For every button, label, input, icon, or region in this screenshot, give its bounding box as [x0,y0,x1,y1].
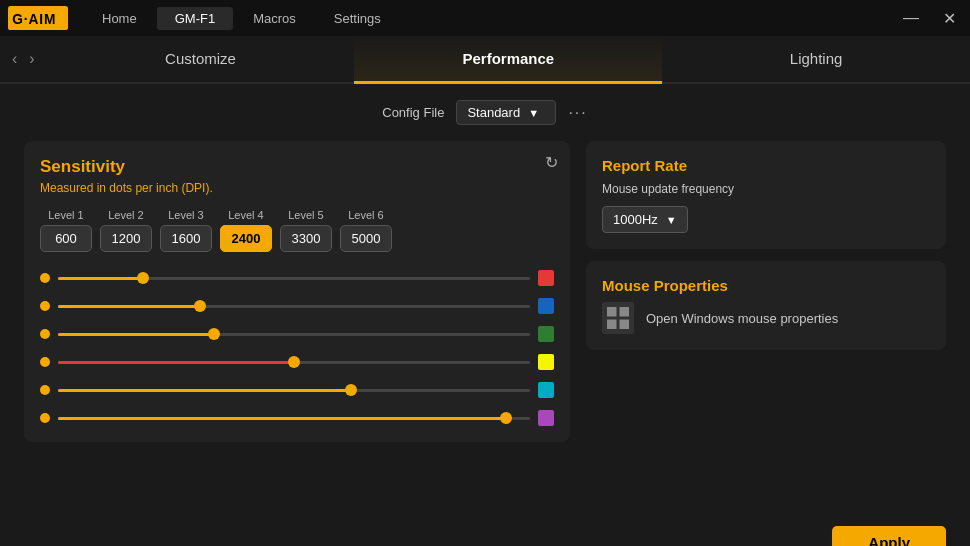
slider-dot-5 [40,385,50,395]
slider-color-1[interactable] [538,270,554,286]
svg-rect-5 [607,320,617,330]
level-buttons: Level 1 600 Level 2 1200 Level 3 1600 Le… [40,209,554,252]
title-nav: Home GM-F1 Macros Settings [84,7,897,30]
tab-prev-arrow[interactable]: ‹ [8,46,21,72]
config-label: Config File [382,105,444,120]
sensitivity-title: Sensitivity [40,157,554,177]
slider-fill-2 [58,305,200,308]
slider-track-5[interactable] [58,389,530,392]
slider-track-4[interactable] [58,361,530,364]
slider-row-1 [40,270,554,286]
slider-row-2 [40,298,554,314]
report-rate-select[interactable]: 1000Hz ▼ [602,206,688,233]
svg-rect-6 [620,320,630,330]
refresh-button[interactable]: ↻ [545,153,558,172]
nav-settings[interactable]: Settings [316,7,399,30]
minimize-button[interactable]: — [897,7,925,30]
svg-rect-4 [620,307,630,317]
slider-fill-1 [58,277,143,280]
level-btn-5[interactable]: Level 5 3300 [280,209,332,252]
right-panel: Report Rate Mouse update frequency 1000H… [586,141,946,442]
level-btn-1[interactable]: Level 1 600 [40,209,92,252]
tab-bar: ‹ › Customize Performance Lighting [0,36,970,84]
slider-dot-1 [40,273,50,283]
tab-arrows: ‹ › [0,36,47,82]
level-btn-3[interactable]: Level 3 1600 [160,209,212,252]
slider-track-3[interactable] [58,333,530,336]
slider-color-3[interactable] [538,326,554,342]
mouse-props-row[interactable]: Open Windows mouse properties [602,302,930,334]
apply-button[interactable]: Apply [832,526,946,546]
slider-row-5 [40,382,554,398]
config-more-button[interactable]: ··· [568,104,587,122]
slider-dot-4 [40,357,50,367]
slider-color-5[interactable] [538,382,554,398]
slider-row-4 [40,354,554,370]
apply-area: Apply [0,526,970,546]
tab-performance[interactable]: Performance [354,36,662,84]
main-content: Config File Standard ▼ ··· ↻ Sensitivity… [0,84,970,518]
slider-row-3 [40,326,554,342]
two-col-layout: ↻ Sensitivity Measured in dots per inch … [24,141,946,442]
app-logo: G·AIM [8,4,68,32]
slider-thumb-3[interactable] [208,328,220,340]
slider-thumb-1[interactable] [137,272,149,284]
slider-track-6[interactable] [58,417,530,420]
slider-fill-4 [58,361,294,364]
windows-icon [602,302,634,334]
svg-rect-2 [602,302,634,334]
nav-home[interactable]: Home [84,7,155,30]
chevron-down-icon: ▼ [528,107,539,119]
config-value: Standard [467,105,520,120]
tab-customize[interactable]: Customize [47,36,355,84]
slider-thumb-2[interactable] [194,300,206,312]
sensitivity-panel: ↻ Sensitivity Measured in dots per inch … [24,141,570,442]
tab-lighting[interactable]: Lighting [662,36,970,84]
slider-track-1[interactable] [58,277,530,280]
slider-fill-5 [58,389,351,392]
window-controls: — ✕ [897,7,962,30]
slider-thumb-4[interactable] [288,356,300,368]
slider-color-4[interactable] [538,354,554,370]
slider-color-6[interactable] [538,410,554,426]
svg-rect-3 [607,307,617,317]
report-rate-chevron: ▼ [666,214,677,226]
slider-thumb-5[interactable] [345,384,357,396]
sliders-container [40,270,554,426]
slider-fill-3 [58,333,214,336]
slider-dot-6 [40,413,50,423]
nav-macros[interactable]: Macros [235,7,314,30]
mouse-properties-title: Mouse Properties [602,277,930,294]
report-rate-subtitle: Mouse update frequency [602,182,930,196]
level-btn-4[interactable]: Level 4 2400 [220,209,272,252]
sensitivity-subtitle: Measured in dots per inch (DPI). [40,181,554,195]
slider-color-2[interactable] [538,298,554,314]
config-select[interactable]: Standard ▼ [456,100,556,125]
level-btn-2[interactable]: Level 2 1200 [100,209,152,252]
report-rate-value: 1000Hz [613,212,658,227]
report-rate-card: Report Rate Mouse update frequency 1000H… [586,141,946,249]
slider-thumb-6[interactable] [500,412,512,424]
mouse-props-label: Open Windows mouse properties [646,311,838,326]
mouse-properties-card: Mouse Properties Open Windows mouse prop… [586,261,946,350]
report-rate-title: Report Rate [602,157,930,174]
slider-dot-2 [40,301,50,311]
close-button[interactable]: ✕ [937,7,962,30]
svg-text:G·AIM: G·AIM [12,12,56,27]
config-row: Config File Standard ▼ ··· [24,100,946,125]
slider-row-6 [40,410,554,426]
tab-next-arrow[interactable]: › [25,46,38,72]
slider-track-2[interactable] [58,305,530,308]
slider-dot-3 [40,329,50,339]
nav-gm-f1[interactable]: GM-F1 [157,7,233,30]
title-bar: G·AIM Home GM-F1 Macros Settings — ✕ [0,0,970,36]
level-btn-6[interactable]: Level 6 5000 [340,209,392,252]
slider-fill-6 [58,417,506,420]
